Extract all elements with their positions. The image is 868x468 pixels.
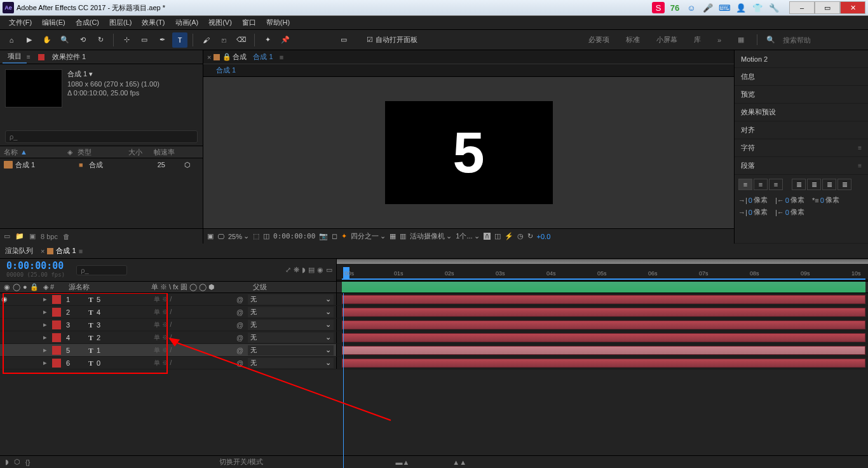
- align-center-icon[interactable]: ≡: [754, 179, 768, 190]
- layer-switches[interactable]: 单 ※ /: [154, 346, 236, 355]
- brush-tool[interactable]: 🖌: [198, 32, 214, 48]
- panel-paragraph[interactable]: 段落≡: [735, 157, 868, 175]
- folder-icon[interactable]: 📁: [15, 232, 24, 240]
- new-comp-icon[interactable]: ▣: [29, 232, 36, 240]
- camera-icon[interactable]: ▣: [207, 232, 214, 240]
- align-right-icon[interactable]: ≡: [769, 179, 783, 190]
- align-left-icon[interactable]: ≡: [738, 179, 752, 190]
- menu-animation[interactable]: 动画(A): [170, 17, 204, 29]
- timeline-layer-row[interactable]: ▸ 3 T 3 单 ※ / @ 无⌄: [0, 319, 868, 331]
- comp-title[interactable]: 合成 1 ▾: [67, 69, 159, 79]
- layer-name[interactable]: 3: [97, 321, 154, 329]
- panel-menu-icon[interactable]: ≡: [858, 162, 862, 169]
- source-col-label[interactable]: 源名称: [69, 282, 151, 292]
- justify-right-icon[interactable]: ≣: [822, 179, 836, 190]
- exposure-value[interactable]: +0.0: [537, 233, 551, 240]
- pickwhip-icon[interactable]: @: [236, 321, 248, 329]
- smile-icon[interactable]: ☺: [685, 2, 698, 13]
- layer-switches[interactable]: 单 ※ /: [154, 320, 236, 329]
- resolution-dropdown[interactable]: 四分之一 ⌄: [351, 231, 386, 241]
- layer-switches[interactable]: 单 ※ /: [154, 295, 236, 304]
- tab-project[interactable]: 项目: [3, 50, 27, 64]
- user-icon[interactable]: 👤: [735, 2, 747, 13]
- minimize-button[interactable]: –: [789, 1, 815, 14]
- workarea-bar[interactable]: [342, 279, 865, 280]
- menu-edit[interactable]: 编辑(E): [37, 17, 71, 29]
- timeline-search[interactable]: ρ_: [76, 265, 127, 275]
- interpret-icon[interactable]: ▭: [4, 232, 10, 240]
- timecode-icon[interactable]: ◷: [517, 232, 524, 240]
- tl-btn-graph[interactable]: ▭: [326, 266, 332, 274]
- workspace-library[interactable]: 库: [690, 34, 705, 46]
- tl-btn-2[interactable]: ❋: [294, 266, 299, 274]
- 3d-icon[interactable]: 🅰: [484, 233, 491, 240]
- menu-effect[interactable]: 效果(T): [137, 17, 170, 29]
- layer-color[interactable]: [52, 308, 61, 317]
- close-button[interactable]: ✕: [840, 1, 865, 14]
- layer-name[interactable]: 0: [97, 359, 154, 367]
- menu-layer[interactable]: 图层(L): [104, 17, 137, 29]
- sort-icon[interactable]: ▲: [20, 148, 27, 156]
- project-item[interactable]: 合成 1 ■ 合成 25 ⬡: [0, 158, 203, 171]
- layer-color[interactable]: [52, 320, 61, 329]
- menu-file[interactable]: 文件(F): [4, 17, 37, 29]
- space-after[interactable]: |← 0 像素: [775, 207, 804, 217]
- pickwhip-icon[interactable]: @: [236, 359, 248, 367]
- project-thumbnail[interactable]: [5, 69, 62, 107]
- indent-left[interactable]: →| 0 像素: [738, 195, 768, 205]
- layer-name[interactable]: 5: [97, 296, 154, 303]
- tl-btn-shy[interactable]: ◗: [302, 266, 306, 274]
- close-tab[interactable]: ×: [41, 247, 44, 255]
- shirt-icon[interactable]: 👕: [751, 2, 764, 13]
- col-fps-label[interactable]: 帧速率: [154, 148, 186, 157]
- parent-dropdown[interactable]: 无⌄: [248, 294, 334, 305]
- layer-clip[interactable]: [342, 359, 865, 368]
- layer-switches[interactable]: 单 ※ /: [154, 308, 236, 317]
- workspace-essentials[interactable]: 必要项: [585, 34, 613, 46]
- panel-info[interactable]: 信息: [735, 68, 868, 86]
- channel-icon[interactable]: ◫: [263, 232, 269, 240]
- trash-icon[interactable]: 🗑: [63, 233, 70, 240]
- expand-icon[interactable]: ▸: [43, 295, 51, 303]
- current-timecode[interactable]: 0:00:00:00: [6, 260, 65, 272]
- comp-tab-name[interactable]: 合成 1: [249, 51, 276, 63]
- home-tool[interactable]: ⌂: [4, 32, 19, 48]
- zoom-in-icon[interactable]: ▲▲: [452, 458, 466, 466]
- space-before[interactable]: →| 0 像素: [738, 207, 768, 217]
- camera-dropdown[interactable]: 活动摄像机 ⌄: [410, 231, 452, 241]
- panel-align[interactable]: 对齐: [735, 121, 868, 139]
- breadcrumb-item[interactable]: 合成 1: [216, 65, 236, 75]
- parent-dropdown[interactable]: 无⌄: [248, 320, 334, 330]
- workspace-small[interactable]: 小屏幕: [653, 34, 681, 46]
- auto-open-panel[interactable]: ☑ 自动打开面板: [367, 35, 417, 45]
- workspace-grid-icon[interactable]: ▦: [734, 34, 748, 45]
- menu-window[interactable]: 窗口: [237, 17, 261, 29]
- tool-icon[interactable]: 🔧: [768, 2, 780, 13]
- justify-left-icon[interactable]: ≣: [792, 179, 806, 190]
- anchor-tool[interactable]: ⊹: [119, 32, 134, 48]
- panel-btn[interactable]: ▭: [336, 32, 351, 48]
- layer-switches[interactable]: 单 ※ /: [154, 359, 236, 368]
- mic-icon[interactable]: 🎤: [702, 2, 714, 13]
- menu-view[interactable]: 视图(V): [203, 17, 237, 29]
- lock-icon[interactable]: 🔒: [222, 53, 230, 61]
- text-tool[interactable]: T: [172, 32, 187, 48]
- parent-dropdown[interactable]: 无⌄: [248, 358, 334, 368]
- col-size-label[interactable]: 大小: [128, 148, 154, 157]
- selection-tool[interactable]: ▶: [22, 32, 37, 48]
- col-name-label[interactable]: 名称: [4, 148, 18, 157]
- close-tab-icon[interactable]: ×: [207, 53, 211, 61]
- menu-help[interactable]: 帮助(H): [261, 17, 295, 29]
- tl-foot-btn2[interactable]: ⬡: [14, 458, 20, 466]
- pickwhip-icon[interactable]: @: [236, 347, 248, 354]
- tl-btn-1[interactable]: ⤢: [285, 266, 291, 274]
- project-search[interactable]: ρ_: [5, 130, 198, 143]
- keyboard-icon[interactable]: ⌨: [718, 2, 731, 13]
- active-workarea[interactable]: [342, 282, 865, 292]
- layer-clip[interactable]: [342, 308, 865, 317]
- pickwhip-icon[interactable]: @: [236, 296, 248, 303]
- timeline-layer-row[interactable]: ▸ 2 T 4 单 ※ / @ 无⌄: [0, 306, 868, 319]
- region-icon[interactable]: ◻: [332, 232, 337, 240]
- eye-toggle[interactable]: ◉: [0, 295, 9, 303]
- rotate-tool[interactable]: ↻: [93, 32, 108, 48]
